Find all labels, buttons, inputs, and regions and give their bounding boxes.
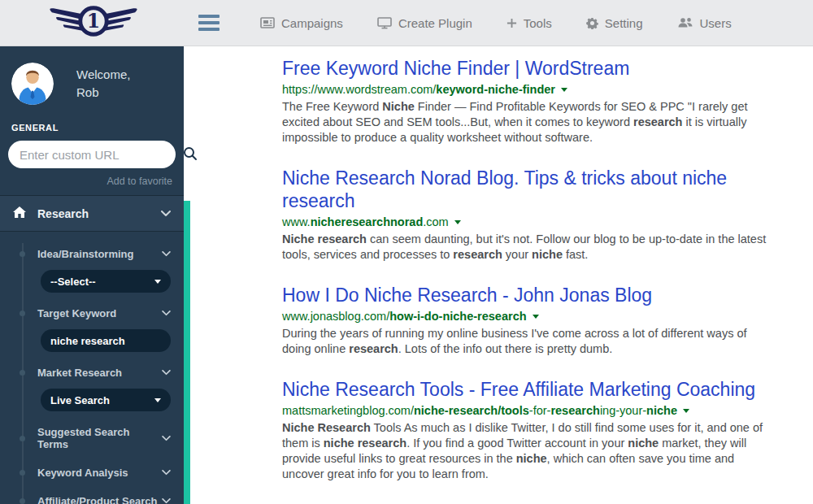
search-results-panel: Free Keyword Niche Finder | WordStreamht… [190,46,813,504]
caret-down-icon [154,280,161,284]
submenu-label: Market Research [37,367,122,379]
chevron-down-icon [162,311,171,316]
result-url-text: www.nicheresearchnorad.com [282,215,449,228]
result-url-text: www.jonasblog.com/how-i-do-niche-researc… [282,310,527,323]
welcome-label: Welcome, [76,66,130,84]
select-value: Live Search [50,394,110,406]
result-snippet: Niche research can seem daunting, but it… [282,232,778,263]
select-value: --Select-- [50,276,96,288]
chevron-down-icon [162,370,171,376]
submenu-label: Target Keyword [37,307,116,319]
chevron-down-icon [162,251,171,257]
chevron-down-icon [162,498,171,504]
url-dropdown-caret-icon[interactable] [533,315,539,319]
url-dropdown-caret-icon[interactable] [454,220,461,224]
tree-dot-icon [20,251,25,257]
general-section-label: GENERAL [11,123,172,133]
top-header: 1 CampaignsCreate PluginToolsSettingUser… [0,0,813,46]
chevron-down-icon [162,436,171,441]
sidebar-item-suggested-search-terms[interactable]: Suggested Search Terms [0,418,184,458]
research-menu-label: Research [37,207,89,220]
result-title-link[interactable]: Niche Research Tools - Free Affiliate Ma… [282,378,778,401]
sidebar-item-target-keyword[interactable]: Target Keyword [0,299,184,328]
nav-item-campaigns[interactable]: Campaigns [260,16,343,30]
nav-label-users: Users [700,16,732,30]
nav-item-setting[interactable]: Setting [586,16,643,30]
tree-dot-icon [20,436,25,441]
username: Rob [76,84,130,102]
result-url-text: mattsmarketingblog.com/niche-research/to… [282,404,677,417]
search-result: How I Do Niche Research - John Jonas Blo… [282,284,778,357]
results-list: Free Keyword Niche Finder | WordStreamht… [282,57,780,482]
result-snippet: During the years of running my online bu… [282,326,778,357]
search-icon [183,146,198,163]
app-logo[interactable]: 1 [0,2,187,43]
tree-dot-icon [20,498,25,504]
top-nav: CampaignsCreate PluginToolsSettingUsers [260,16,766,30]
result-snippet: Niche Research Tools As much as I dislik… [282,420,778,482]
caret-down-icon [154,398,161,402]
chevron-down-icon [161,211,171,217]
chevron-down-icon [162,470,171,476]
add-to-favorite-link[interactable]: Add to favorite [0,168,184,196]
home-icon [13,206,26,221]
winged-one-logo-icon: 1 [46,2,141,43]
hamburger-menu-icon[interactable] [198,11,221,34]
url-dropdown-caret-icon[interactable] [561,88,567,92]
target-keyword-input[interactable] [50,335,161,347]
nav-item-create-plugin[interactable]: Create Plugin [377,16,472,30]
submenu-label: Idea/Brainstorming [37,248,133,260]
nav-item-tools[interactable]: Tools [506,16,552,30]
users-icon [677,17,693,28]
nav-label-create-plugin: Create Plugin [398,16,472,30]
keyword-field-wrap [41,329,171,352]
nav-item-users[interactable]: Users [677,16,732,30]
sidebar-item-keyword-analysis[interactable]: Keyword Analysis [0,458,184,487]
sidebar-item-market-research[interactable]: Market Research [0,358,184,387]
sidebar-item-affiliate-product-search[interactable]: Affiliate/Product Search [0,487,184,504]
research-submenu: Idea/Brainstorming--Select--Target Keywo… [0,232,184,504]
custom-url-search [8,141,176,168]
campaigns-icon [260,17,275,28]
sidebar-item-idea-brainstorming[interactable]: Idea/Brainstorming [0,240,184,268]
result-url-line: https://www.wordstream.com/keyword-niche… [282,83,778,96]
welcome-block: Welcome, Rob [0,46,184,110]
nav-label-tools: Tools [524,16,552,30]
custom-url-input[interactable] [20,148,181,162]
live-search-select[interactable]: Live Search [41,389,171,411]
svg-text:1: 1 [87,10,100,33]
gear-icon [586,17,598,29]
result-snippet: The Free Keyword Niche Finder — Find Pro… [282,99,778,146]
tree-dot-icon [20,311,25,316]
sidebar: Welcome, Rob GENERAL Add to favorite Res… [0,46,184,504]
select-select[interactable]: --Select-- [41,270,171,293]
result-title-link[interactable]: How I Do Niche Research - John Jonas Blo… [282,284,778,306]
submenu-label: Keyword Analysis [37,467,128,479]
nav-label-setting: Setting [605,16,643,30]
sidebar-accent-bar [184,201,190,504]
submenu-label: Affiliate/Product Search [37,495,157,504]
nav-label-campaigns: Campaigns [281,16,343,30]
result-url-line: www.nicheresearchnorad.com [282,215,778,228]
result-url-text: https://www.wordstream.com/keyword-niche… [282,83,555,96]
tree-dot-icon [20,470,25,476]
tree-dot-icon [20,370,25,376]
user-avatar [11,63,54,105]
create-plugin-icon [377,17,392,29]
result-url-line: mattsmarketingblog.com/niche-research/to… [282,404,778,417]
result-title-link[interactable]: Free Keyword Niche Finder | WordStream [282,57,778,80]
search-button[interactable] [181,145,199,165]
result-url-line: www.jonasblog.com/how-i-do-niche-researc… [282,310,778,323]
result-title-link[interactable]: Niche Research Norad Blog. Tips & tricks… [282,167,778,212]
search-result: Niche Research Norad Blog. Tips & tricks… [282,167,778,263]
sidebar-item-research[interactable]: Research [0,196,184,232]
url-dropdown-caret-icon[interactable] [683,409,689,413]
submenu-label: Suggested Search Terms [37,426,162,450]
search-result: Niche Research Tools - Free Affiliate Ma… [282,378,778,482]
search-result: Free Keyword Niche Finder | WordStreamht… [282,57,778,146]
plus-icon [506,18,517,28]
